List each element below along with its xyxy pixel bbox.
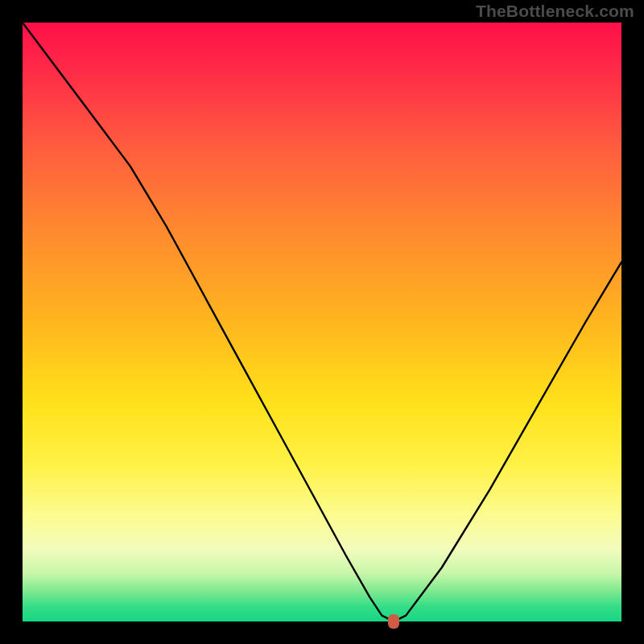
watermark-text: TheBottleneck.com [476,2,634,21]
bottleneck-curve [23,23,621,621]
chart-frame: TheBottleneck.com [0,0,644,644]
min-marker [388,614,399,629]
plot-area [23,23,621,621]
